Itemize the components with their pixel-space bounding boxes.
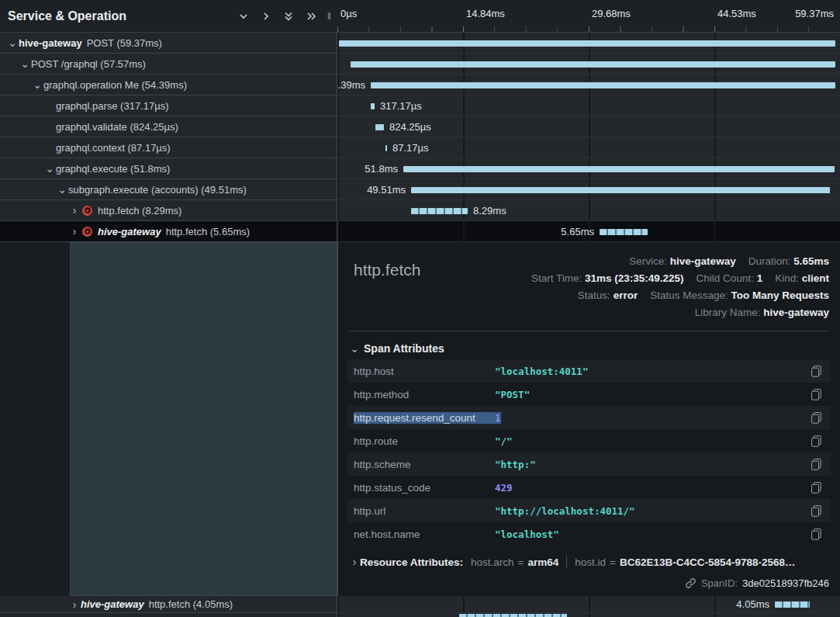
attribute-value: "http://localhost:4011/" xyxy=(495,505,635,517)
collapse-arrow-icon[interactable]: ⌄ xyxy=(19,58,31,69)
span-label: subgraph.execute (accounts) (49.51ms) xyxy=(68,184,247,196)
meta-value: 5.65ms xyxy=(793,255,829,267)
resource-attr-value: arm64 xyxy=(527,556,558,568)
span-row[interactable] xyxy=(0,613,840,617)
span-row[interactable]: ⌄POST /graphql (57.57ms) xyxy=(0,54,840,75)
span-duration-label: 4.05ms xyxy=(736,596,769,613)
span-duration-bar[interactable] xyxy=(775,601,810,608)
span-duration-bar[interactable] xyxy=(351,61,835,68)
tree-panel-header: Service & Operation ‖ xyxy=(0,0,337,33)
meta-pair: Status: error xyxy=(578,289,638,301)
span-meta-line: Start Time: 31ms (23:35:49.225)Child Cou… xyxy=(519,270,829,287)
span-duration-bar[interactable] xyxy=(339,40,835,47)
copy-icon[interactable] xyxy=(811,482,821,494)
span-duration-bar[interactable] xyxy=(459,614,567,617)
meta-pair: Library Name: hive-gateway xyxy=(695,307,829,318)
span-row[interactable]: graphql.parse (317.17µs)317.17µs xyxy=(0,95,840,116)
span-duration-bar[interactable] xyxy=(371,103,375,109)
copy-icon[interactable] xyxy=(811,459,821,470)
copy-icon[interactable] xyxy=(811,505,821,517)
span-row[interactable]: ›http.fetch (8.29ms)8.29ms xyxy=(0,200,840,221)
link-icon xyxy=(685,577,697,589)
span-duration-bar[interactable] xyxy=(411,208,468,214)
collapse-arrow-icon[interactable]: ⌄ xyxy=(43,163,56,174)
span-meta-line: Library Name: hive-gateway xyxy=(519,304,829,321)
span-label: http.fetch (4.05ms) xyxy=(149,598,233,610)
tick-label: 0µs xyxy=(340,8,357,19)
span-duration-label: 87.17µs xyxy=(392,137,429,158)
error-status-icon xyxy=(82,227,92,237)
meta-value: Too Many Requests xyxy=(731,289,829,301)
copy-icon[interactable] xyxy=(811,366,821,377)
attribute-row[interactable]: http.scheme"http:" xyxy=(347,452,831,476)
resource-attributes-row[interactable]: › Resource Attributes: host.arch=arm64ho… xyxy=(347,556,831,568)
copy-icon[interactable] xyxy=(811,435,821,447)
span-row[interactable]: ⌄hive-gatewayPOST (59.37ms) xyxy=(0,33,840,54)
trace-viewer-window: Service & Operation ‖ 0µs14.84ms29.68ms4… xyxy=(0,0,840,617)
attribute-value: "/" xyxy=(495,435,513,447)
meta-value: client xyxy=(802,272,829,284)
attribute-row[interactable]: http.request.resend_count1 xyxy=(347,406,831,429)
span-row[interactable]: ›hive-gatewayhttp.fetch (4.05ms)4.05ms xyxy=(0,596,840,613)
meta-label: Duration: xyxy=(748,255,791,267)
span-meta: Service: hive-gatewayDuration: 5.65msSta… xyxy=(519,253,829,321)
span-label: POST /graphql (57.57ms) xyxy=(31,58,146,70)
copy-icon[interactable] xyxy=(811,389,821,400)
span-row[interactable]: ⌄subgraph.execute (accounts) (49.51ms)49… xyxy=(0,179,840,200)
span-attributes-toggle[interactable]: ⌄ Span Attributes xyxy=(347,338,831,359)
span-duration-bar[interactable] xyxy=(385,145,387,151)
span-id-row: SpanID: 3de02518937fb246 xyxy=(347,577,831,589)
attribute-row[interactable]: net.host.name"localhost" xyxy=(347,522,831,546)
span-row[interactable]: ⌄graphql.execute (51.8ms)51.8ms xyxy=(0,158,840,179)
span-duration-bar[interactable] xyxy=(600,229,648,235)
collapse-arrow-icon[interactable]: ⌄ xyxy=(31,79,43,90)
span-meta-line: Service: hive-gatewayDuration: 5.65ms xyxy=(519,253,829,270)
attribute-row[interactable]: http.url"http://localhost:4011/" xyxy=(347,499,831,522)
attribute-key: http.status_code xyxy=(354,482,495,494)
span-row[interactable]: ›hive-gatewayhttp.fetch (5.65ms)5.65ms xyxy=(0,221,840,242)
span-duration-label: 824.25µs xyxy=(389,116,431,137)
span-row[interactable]: graphql.context (87.17µs)87.17µs xyxy=(0,137,840,158)
attribute-row[interactable]: http.method"POST" xyxy=(347,383,831,406)
span-timeline-cell: 5.65ms xyxy=(337,221,840,242)
attribute-row[interactable]: http.status_code429 xyxy=(347,476,831,499)
span-waterfall: ⌄hive-gatewayPOST (59.37ms)⌄POST /graphq… xyxy=(0,33,840,242)
expand-arrow-icon[interactable]: › xyxy=(68,205,81,216)
chevron-right-icon[interactable] xyxy=(259,9,273,23)
attribute-value: "POST" xyxy=(495,389,530,400)
resource-attr-separator xyxy=(566,556,567,568)
attribute-row[interactable]: http.route"/" xyxy=(347,429,831,452)
span-duration-bar[interactable] xyxy=(375,124,384,130)
copy-icon[interactable] xyxy=(811,529,821,540)
span-duration-bar[interactable] xyxy=(411,187,830,193)
panel-resize-handle[interactable]: ‖ xyxy=(327,10,331,22)
expand-arrow-icon[interactable]: › xyxy=(68,226,81,237)
collapse-arrow-icon[interactable]: ⌄ xyxy=(6,37,19,48)
selected-span-region xyxy=(70,242,337,596)
expand-arrow-icon[interactable]: › xyxy=(68,599,81,610)
attribute-key: http.url xyxy=(354,505,495,517)
span-timeline-cell: 8.29ms xyxy=(337,200,840,221)
span-label: graphql.parse (317.17µs) xyxy=(56,100,169,112)
span-row[interactable]: ⌄graphql.operation Me (54.39ms)54.39ms xyxy=(0,75,840,95)
span-tree-cell xyxy=(0,613,337,617)
span-tree-cell: ›http.fetch (8.29ms) xyxy=(0,200,337,221)
attribute-value: "localhost:4011" xyxy=(495,366,588,377)
chevron-down-icon[interactable] xyxy=(237,9,251,23)
meta-label: Status: xyxy=(578,289,610,301)
attribute-row[interactable]: http.host"localhost:4011" xyxy=(347,359,831,383)
span-duration-bar[interactable] xyxy=(371,82,835,88)
span-duration-bar[interactable] xyxy=(403,166,835,172)
collapse-arrow-icon[interactable]: ⌄ xyxy=(56,184,68,195)
span-meta-line: Status: errorStatus Message: Too Many Re… xyxy=(519,287,829,304)
span-attributes-title: Span Attributes xyxy=(364,342,444,355)
tree-header-toolbar xyxy=(237,9,318,23)
double-chevron-down-icon[interactable] xyxy=(282,9,296,23)
span-timeline-cell: 51.8ms xyxy=(337,158,840,179)
double-chevron-right-icon[interactable] xyxy=(304,9,318,23)
meta-pair: Duration: 5.65ms xyxy=(748,255,829,267)
copy-icon[interactable] xyxy=(811,412,821,424)
tick-label: 14.84ms xyxy=(466,8,505,19)
span-duration-label: 317.17µs xyxy=(380,95,422,116)
span-row[interactable]: graphql.validate (824.25µs)824.25µs xyxy=(0,116,840,137)
